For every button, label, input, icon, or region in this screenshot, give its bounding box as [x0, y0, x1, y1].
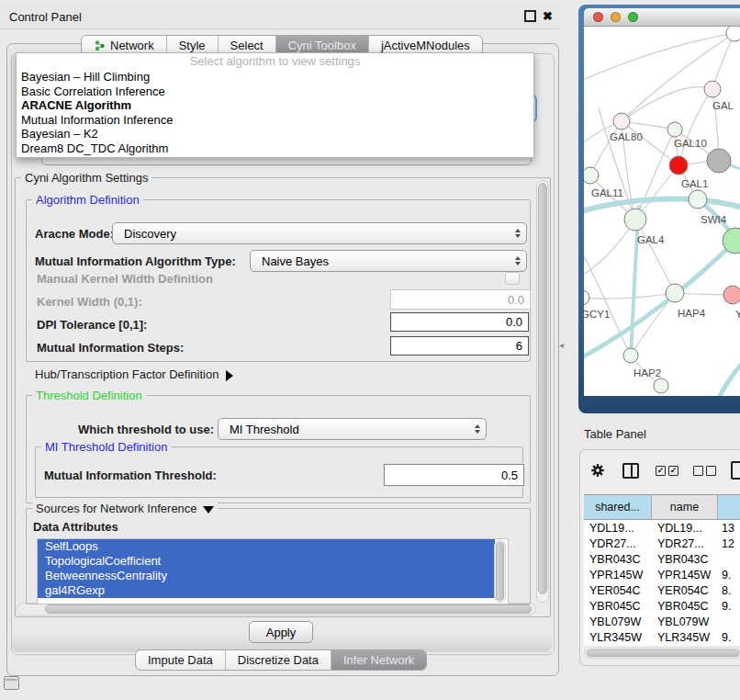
settings-hscroll-thumb[interactable]: [45, 604, 532, 614]
attributes-scrollbar[interactable]: [494, 540, 506, 603]
node-label: HAP2: [633, 367, 661, 378]
attribute-item[interactable]: SelfLoops: [38, 539, 495, 554]
attributes-scroll-thumb[interactable]: [496, 542, 504, 601]
settings-vertical-scrollbar[interactable]: [536, 180, 549, 603]
table-panel: ✓✓ shared...name YDL19...YDL19...13YDR27…: [579, 449, 740, 666]
bottom-tab-strip: Impute DataDiscretize DataInfer Network: [135, 649, 427, 671]
table-row[interactable]: YBR043CYBR043C: [584, 551, 740, 567]
table-cell: 8.: [718, 584, 740, 597]
algorithm-option[interactable]: Dream8 DC_TDC Algorithm: [17, 141, 533, 156]
table-hscroll-thumb[interactable]: [587, 649, 739, 657]
data-attributes-list[interactable]: SelfLoopsTopologicalCoefficientBetweenne…: [37, 538, 509, 604]
select-all-columns-icon[interactable]: ✓✓: [656, 466, 678, 476]
table-row[interactable]: YIL052CYIL052C9: [584, 645, 740, 646]
table-cell: YDL19...: [584, 522, 652, 535]
network-node[interactable]: [707, 149, 731, 173]
network-node-gal11[interactable]: [584, 167, 599, 184]
column-header[interactable]: name: [652, 495, 718, 519]
network-nodes[interactable]: GALGAL80GAL10GAL1GAL11SWI4GAL4GCY1HAP4YH…: [584, 27, 740, 393]
dpi-tolerance-input[interactable]: 0.0: [390, 312, 529, 332]
network-window-titlebar[interactable]: [584, 8, 740, 27]
column-header[interactable]: shared...: [584, 495, 652, 519]
network-node[interactable]: [654, 378, 668, 393]
column-header[interactable]: [718, 495, 740, 519]
table-row[interactable]: YER054CYER054C8.: [584, 582, 740, 598]
minimized-panel-icon[interactable]: [4, 676, 19, 690]
mi-type-label: Mutual Information Algorithm Type:: [35, 254, 236, 268]
table-cell: 9.: [718, 631, 740, 644]
algorithm-option[interactable]: Basic Correlation Inference: [17, 85, 533, 99]
threshold-definition-title: Threshold Definition: [32, 389, 146, 402]
table-row[interactable]: YBR045CYBR045C9.: [584, 598, 740, 614]
float-panel-icon[interactable]: [524, 10, 536, 22]
node-label: GAL1: [681, 178, 708, 189]
gear-icon[interactable]: [589, 462, 606, 479]
attribute-item[interactable]: gal4RGexp: [38, 583, 495, 598]
tab-impute-data[interactable]: Impute Data: [136, 650, 226, 670]
tab-label: Network: [110, 39, 154, 52]
node-label: GAL11: [591, 187, 623, 198]
network-canvas[interactable]: GALGAL80GAL10GAL1GAL11SWI4GAL4GCY1HAP4YH…: [584, 27, 740, 396]
table-cell: YBR045C: [584, 600, 652, 613]
window-close-icon[interactable]: [593, 12, 603, 22]
algorithm-option[interactable]: Mutual Information Inference: [17, 113, 533, 128]
table-cell: YBR043C: [584, 553, 652, 566]
which-threshold-combo[interactable]: MI Threshold: [218, 418, 487, 440]
spinner-arrows-icon: [469, 424, 486, 434]
network-node-gal4[interactable]: [624, 209, 646, 231]
manual-kernel-checkbox[interactable]: [505, 272, 520, 285]
window-zoom-icon[interactable]: [628, 12, 638, 22]
network-node-gal80[interactable]: [613, 113, 630, 130]
network-node-hap2[interactable]: [623, 348, 638, 363]
split-columns-icon[interactable]: [622, 463, 639, 479]
apply-button[interactable]: Apply: [249, 621, 313, 643]
table-horizontal-scrollbar[interactable]: [584, 648, 740, 659]
network-node-y[interactable]: [723, 286, 740, 304]
sources-title-text: Sources for Network Inference: [36, 502, 197, 515]
table-cell: YBL079W: [652, 615, 718, 628]
node-label: GAL80: [610, 131, 643, 142]
table-cell: YLR345W: [584, 631, 652, 644]
network-node-gal1[interactable]: [669, 156, 688, 175]
network-node-swi4[interactable]: [689, 190, 707, 209]
settings-horizontal-scrollbar[interactable]: [17, 603, 536, 615]
tab-discretize-data[interactable]: Discretize Data: [226, 650, 331, 670]
mi-threshold-value: 0.5: [501, 469, 518, 482]
attribute-item[interactable]: BetweennessCentrality: [38, 569, 495, 583]
algorithm-option[interactable]: Bayesian – Hill Climbing: [17, 70, 533, 85]
spinner-arrows-icon: [510, 229, 526, 238]
table-cell: YLR345W: [652, 631, 718, 644]
mi-threshold-input[interactable]: 0.5: [384, 464, 524, 486]
node-label: SWI4: [701, 214, 727, 225]
aracne-mode-combo[interactable]: Discovery: [112, 222, 527, 244]
table-row[interactable]: YLR345WYLR345W9.: [584, 629, 740, 645]
kernel-width-input[interactable]: 0.0: [390, 289, 531, 310]
table-row[interactable]: YPR145WYPR145W9.: [584, 567, 740, 582]
window-minimize-icon[interactable]: [611, 12, 621, 22]
table-row[interactable]: YBL079WYBL079W: [584, 614, 740, 629]
node-table: shared...name YDL19...YDL19...13YDR27...…: [584, 494, 740, 659]
attribute-item[interactable]: TopologicalCoefficient: [38, 554, 495, 569]
table-row[interactable]: YDL19...YDL19...13: [584, 520, 740, 536]
tab-label: jActiveMNodules: [381, 39, 470, 52]
network-node-gal10[interactable]: [667, 122, 682, 137]
network-node-gcy1[interactable]: [584, 290, 589, 305]
splitpane-divider-arrow[interactable]: ◂: [559, 340, 564, 350]
network-node-gal[interactable]: [704, 81, 721, 97]
algorithm-option[interactable]: Bayesian – K2: [17, 127, 533, 141]
deselect-all-columns-icon[interactable]: [693, 466, 716, 476]
algorithm-option[interactable]: ARACNE Algorithm: [17, 98, 533, 113]
network-node-hap4[interactable]: [666, 284, 684, 302]
table-row[interactable]: YDR27...YDR27...12: [584, 536, 740, 551]
hub-definition-toggle[interactable]: Hub/Transcription Factor Definition: [35, 367, 233, 381]
table-cell: YPR145W: [584, 569, 652, 581]
network-node[interactable]: [726, 27, 740, 41]
sources-group-title[interactable]: Sources for Network Inference: [32, 502, 218, 515]
mi-steps-input[interactable]: 6: [390, 336, 529, 356]
mi-type-combo[interactable]: Naive Bayes: [250, 250, 527, 272]
new-table-icon[interactable]: [731, 461, 740, 480]
close-panel-icon[interactable]: ✖: [543, 11, 553, 22]
apply-button-label: Apply: [266, 626, 297, 639]
settings-vscroll-thumb[interactable]: [538, 183, 547, 594]
tab-infer-network[interactable]: Infer Network: [331, 650, 426, 670]
